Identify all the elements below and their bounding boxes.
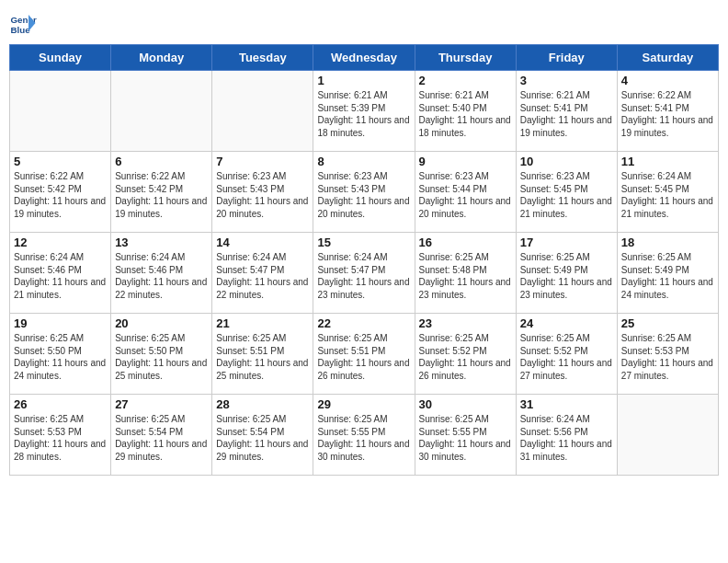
day-info: Sunrise: 6:24 AM Sunset: 5:47 PM Dayligh… [317, 251, 410, 301]
day-info: Sunrise: 6:24 AM Sunset: 5:56 PM Dayligh… [520, 413, 613, 463]
logo: General Blue [9, 9, 39, 37]
day-info: Sunrise: 6:25 AM Sunset: 5:50 PM Dayligh… [14, 332, 107, 382]
day-info: Sunrise: 6:25 AM Sunset: 5:55 PM Dayligh… [317, 413, 410, 463]
day-number: 20 [115, 316, 208, 330]
day-number: 30 [419, 397, 512, 411]
calendar-cell [111, 71, 212, 152]
day-number: 12 [14, 236, 107, 249]
calendar-table: SundayMondayTuesdayWednesdayThursdayFrid… [9, 44, 719, 476]
calendar-cell: 5Sunrise: 6:22 AM Sunset: 5:42 PM Daylig… [10, 152, 111, 233]
calendar-cell: 11Sunrise: 6:24 AM Sunset: 5:45 PM Dayli… [617, 152, 718, 233]
day-info: Sunrise: 6:25 AM Sunset: 5:53 PM Dayligh… [14, 413, 107, 463]
day-header-sunday: Sunday [10, 45, 111, 71]
calendar-cell: 30Sunrise: 6:25 AM Sunset: 5:55 PM Dayli… [415, 395, 516, 476]
calendar-cell: 28Sunrise: 6:25 AM Sunset: 5:54 PM Dayli… [212, 395, 313, 476]
calendar-cell: 18Sunrise: 6:25 AM Sunset: 5:49 PM Dayli… [617, 233, 718, 314]
calendar-cell: 10Sunrise: 6:23 AM Sunset: 5:45 PM Dayli… [516, 152, 617, 233]
day-info: Sunrise: 6:22 AM Sunset: 5:42 PM Dayligh… [14, 170, 107, 220]
day-number: 31 [520, 397, 613, 411]
day-info: Sunrise: 6:24 AM Sunset: 5:45 PM Dayligh… [621, 170, 714, 220]
page-header: General Blue [9, 9, 719, 37]
calendar-cell: 29Sunrise: 6:25 AM Sunset: 5:55 PM Dayli… [313, 395, 415, 476]
day-info: Sunrise: 6:23 AM Sunset: 5:44 PM Dayligh… [419, 170, 512, 220]
calendar-cell: 1Sunrise: 6:21 AM Sunset: 5:39 PM Daylig… [313, 71, 415, 152]
day-number: 13 [115, 236, 208, 249]
day-number: 9 [419, 155, 512, 168]
day-info: Sunrise: 6:25 AM Sunset: 5:52 PM Dayligh… [520, 332, 613, 382]
day-number: 24 [520, 316, 613, 330]
calendar-cell: 14Sunrise: 6:24 AM Sunset: 5:47 PM Dayli… [212, 233, 313, 314]
day-number: 8 [317, 155, 410, 168]
day-number: 23 [419, 316, 512, 330]
calendar-cell: 26Sunrise: 6:25 AM Sunset: 5:53 PM Dayli… [10, 395, 111, 476]
day-number: 18 [621, 236, 714, 249]
day-info: Sunrise: 6:25 AM Sunset: 5:49 PM Dayligh… [621, 251, 714, 301]
calendar-cell: 9Sunrise: 6:23 AM Sunset: 5:44 PM Daylig… [415, 152, 516, 233]
calendar-cell: 4Sunrise: 6:22 AM Sunset: 5:41 PM Daylig… [617, 71, 718, 152]
day-number: 21 [216, 316, 309, 330]
calendar-cell [10, 71, 111, 152]
calendar-cell: 22Sunrise: 6:25 AM Sunset: 5:51 PM Dayli… [313, 314, 415, 395]
calendar-cell: 19Sunrise: 6:25 AM Sunset: 5:50 PM Dayli… [10, 314, 111, 395]
day-number: 22 [317, 316, 410, 330]
day-number: 4 [621, 74, 714, 87]
week-row-5: 26Sunrise: 6:25 AM Sunset: 5:53 PM Dayli… [10, 395, 719, 476]
day-number: 10 [520, 155, 613, 168]
day-number: 15 [317, 236, 410, 249]
day-number: 25 [621, 316, 714, 330]
day-number: 19 [14, 316, 107, 330]
calendar-cell: 3Sunrise: 6:21 AM Sunset: 5:41 PM Daylig… [516, 71, 617, 152]
day-header-saturday: Saturday [617, 45, 718, 71]
day-info: Sunrise: 6:25 AM Sunset: 5:51 PM Dayligh… [216, 332, 309, 382]
week-row-1: 1Sunrise: 6:21 AM Sunset: 5:39 PM Daylig… [10, 71, 719, 152]
calendar-cell: 7Sunrise: 6:23 AM Sunset: 5:43 PM Daylig… [212, 152, 313, 233]
day-info: Sunrise: 6:25 AM Sunset: 5:49 PM Dayligh… [520, 251, 613, 301]
calendar-cell: 23Sunrise: 6:25 AM Sunset: 5:52 PM Dayli… [415, 314, 516, 395]
day-number: 16 [419, 236, 512, 249]
calendar-cell: 20Sunrise: 6:25 AM Sunset: 5:50 PM Dayli… [111, 314, 212, 395]
day-info: Sunrise: 6:25 AM Sunset: 5:50 PM Dayligh… [115, 332, 208, 382]
calendar-cell: 27Sunrise: 6:25 AM Sunset: 5:54 PM Dayli… [111, 395, 212, 476]
day-info: Sunrise: 6:23 AM Sunset: 5:45 PM Dayligh… [520, 170, 613, 220]
day-info: Sunrise: 6:25 AM Sunset: 5:52 PM Dayligh… [419, 332, 512, 382]
calendar-cell: 6Sunrise: 6:22 AM Sunset: 5:42 PM Daylig… [111, 152, 212, 233]
day-info: Sunrise: 6:21 AM Sunset: 5:40 PM Dayligh… [419, 89, 512, 139]
day-header-tuesday: Tuesday [212, 45, 313, 71]
day-number: 11 [621, 155, 714, 168]
day-info: Sunrise: 6:25 AM Sunset: 5:55 PM Dayligh… [419, 413, 512, 463]
day-number: 3 [520, 74, 613, 87]
day-number: 29 [317, 397, 410, 411]
day-number: 26 [14, 397, 107, 411]
day-info: Sunrise: 6:25 AM Sunset: 5:54 PM Dayligh… [115, 413, 208, 463]
day-info: Sunrise: 6:21 AM Sunset: 5:39 PM Dayligh… [317, 89, 410, 139]
day-header-monday: Monday [111, 45, 212, 71]
day-info: Sunrise: 6:25 AM Sunset: 5:54 PM Dayligh… [216, 413, 309, 463]
day-header-wednesday: Wednesday [313, 45, 415, 71]
calendar-cell [617, 395, 718, 476]
calendar-cell: 17Sunrise: 6:25 AM Sunset: 5:49 PM Dayli… [516, 233, 617, 314]
days-header-row: SundayMondayTuesdayWednesdayThursdayFrid… [10, 45, 719, 71]
calendar-cell: 16Sunrise: 6:25 AM Sunset: 5:48 PM Dayli… [415, 233, 516, 314]
day-info: Sunrise: 6:24 AM Sunset: 5:46 PM Dayligh… [14, 251, 107, 301]
day-info: Sunrise: 6:21 AM Sunset: 5:41 PM Dayligh… [520, 89, 613, 139]
day-info: Sunrise: 6:25 AM Sunset: 5:51 PM Dayligh… [317, 332, 410, 382]
calendar-cell [212, 71, 313, 152]
calendar-cell: 24Sunrise: 6:25 AM Sunset: 5:52 PM Dayli… [516, 314, 617, 395]
day-info: Sunrise: 6:22 AM Sunset: 5:41 PM Dayligh… [621, 89, 714, 139]
calendar-cell: 8Sunrise: 6:23 AM Sunset: 5:43 PM Daylig… [313, 152, 415, 233]
day-info: Sunrise: 6:24 AM Sunset: 5:46 PM Dayligh… [115, 251, 208, 301]
calendar-cell: 12Sunrise: 6:24 AM Sunset: 5:46 PM Dayli… [10, 233, 111, 314]
day-number: 28 [216, 397, 309, 411]
calendar-cell: 25Sunrise: 6:25 AM Sunset: 5:53 PM Dayli… [617, 314, 718, 395]
day-header-thursday: Thursday [415, 45, 516, 71]
day-info: Sunrise: 6:25 AM Sunset: 5:53 PM Dayligh… [621, 332, 714, 382]
day-number: 17 [520, 236, 613, 249]
day-info: Sunrise: 6:23 AM Sunset: 5:43 PM Dayligh… [317, 170, 410, 220]
day-number: 27 [115, 397, 208, 411]
day-info: Sunrise: 6:22 AM Sunset: 5:42 PM Dayligh… [115, 170, 208, 220]
day-header-friday: Friday [516, 45, 617, 71]
day-number: 14 [216, 236, 309, 249]
day-number: 6 [115, 155, 208, 168]
calendar-cell: 31Sunrise: 6:24 AM Sunset: 5:56 PM Dayli… [516, 395, 617, 476]
day-info: Sunrise: 6:25 AM Sunset: 5:48 PM Dayligh… [419, 251, 512, 301]
